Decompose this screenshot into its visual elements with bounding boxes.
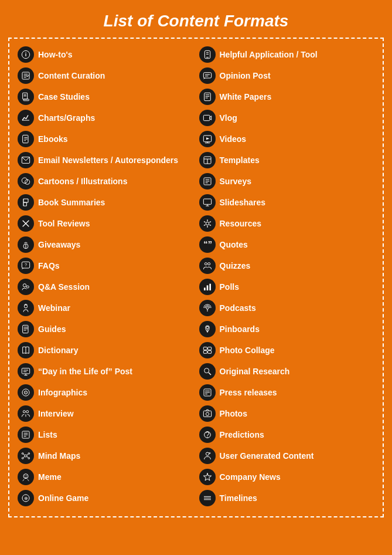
item-label: Slideshares [220,198,266,207]
item-label: Quizzes [220,261,251,270]
vlog-icon [199,110,216,126]
list-item: Guides [16,319,195,339]
item-label: Predictions [220,430,264,439]
svg-point-113 [204,368,209,373]
svg-text:i: i [25,52,27,57]
item-label: Opinion Post [220,71,271,80]
svg-point-105 [206,307,209,309]
svg-rect-76 [203,115,210,120]
svg-point-52 [28,458,30,459]
content-area: iHow-to'sContent CurationCase StudiesCha… [8,38,384,517]
charts-graphs-icon [18,110,34,126]
item-label: Case Studies [38,92,90,101]
svg-point-27 [24,305,27,308]
list-item: White Papers [198,87,376,107]
svg-point-48 [25,455,27,457]
list-item: Dictionary [16,340,195,360]
list-item: “”Quotes [198,235,376,255]
item-label: Photo Collage [220,346,275,355]
svg-line-56 [27,456,28,457]
svg-rect-28 [23,325,28,333]
online-game-icon: ⊕ [18,490,34,506]
svg-text:?: ? [25,262,27,268]
list-item: ?FAQs [16,256,195,276]
svg-rect-72 [204,93,210,100]
list-item: Case Studies [16,87,195,107]
item-label: Lists [38,430,57,439]
quotes-icon: “” [199,236,216,253]
item-label: Dictionary [38,346,78,355]
slideshares-icon [199,194,216,211]
qa-session-icon [18,279,34,295]
helpful-app-icon [199,46,216,63]
item-label: Meme [38,472,62,482]
list-item: Original Research [198,361,376,381]
item-label: Company News [220,472,281,482]
svg-point-40 [25,392,26,392]
list-item: Helpful Application / Tool [198,45,376,65]
webinar-icon [18,300,34,316]
photo-collage-icon [199,342,216,358]
svg-rect-7 [23,99,29,101]
cartoons-icon [18,173,34,189]
svg-point-101 [207,263,210,265]
list-item: Photos [198,404,376,424]
item-label: Quotes [220,240,248,249]
svg-rect-89 [203,199,211,204]
quizzes-icon [199,258,216,274]
interview-icon [18,405,34,422]
list-item: Predictions [198,425,376,445]
svg-point-58 [25,475,25,476]
templates-icon [199,152,216,168]
svg-rect-104 [209,284,211,290]
item-label: Podcasts [220,303,256,313]
list-item: Book Summaries [16,192,195,212]
item-label: Resources [220,219,262,228]
svg-marker-81 [206,137,209,140]
svg-line-96 [209,225,211,225]
svg-rect-109 [203,347,207,350]
item-label: How-to's [38,50,73,59]
content-curation-icon [18,67,34,84]
day-in-life-icon [18,363,34,380]
list-item: Cartoons / Illustrations [16,171,195,191]
list-item: Vlog [198,108,376,128]
svg-rect-110 [207,347,211,350]
svg-line-69 [203,78,205,79]
svg-rect-111 [203,351,207,354]
guides-icon [18,321,34,337]
item-label: Timelines [220,493,257,503]
svg-rect-68 [203,73,211,78]
list-item: iHow-to's [16,45,195,65]
case-studies-icon [18,89,34,105]
predictions-icon [199,427,216,443]
list-item: Giveaways [16,235,195,255]
svg-line-97 [204,225,206,225]
item-label: Tool Reviews [38,219,90,228]
list-item: Infographics [16,383,195,402]
tool-reviews-icon [18,215,34,232]
svg-point-51 [22,458,23,459]
svg-line-53 [23,454,25,455]
ebooks-icon [18,131,34,147]
svg-line-61 [28,479,29,481]
item-label: Templates [220,155,260,165]
list-item: Podcasts [198,298,376,318]
svg-rect-33 [22,368,29,374]
list-item: Resources [198,214,376,233]
item-label: Online Game [38,493,88,503]
list-item: Q&A Session [16,277,195,297]
pinboards-icon [199,321,216,337]
item-label: Press releases [220,388,277,397]
original-research-icon [199,363,216,380]
right-column: Helpful Application / ToolOpinion PostWh… [198,45,376,508]
photos-icon [199,405,216,422]
item-label: Guides [38,324,66,334]
resources-icon [199,215,216,232]
list-item: Mind Maps [16,446,195,466]
list-item: Opinion Post [198,66,376,86]
svg-rect-103 [206,285,208,290]
list-item: Timelines [198,488,376,508]
svg-point-120 [206,412,209,415]
left-column: iHow-to'sContent CurationCase StudiesCha… [16,45,195,508]
